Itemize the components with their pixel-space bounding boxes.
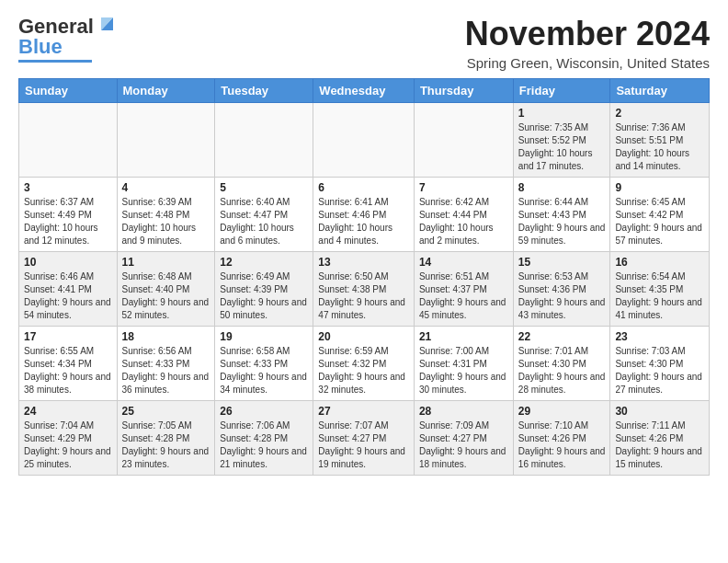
day-number: 7: [419, 181, 508, 194]
calendar-cell: 16Sunrise: 6:54 AM Sunset: 4:35 PM Dayli…: [610, 252, 710, 327]
day-number: 27: [318, 405, 409, 418]
calendar-cell: [117, 103, 215, 178]
title-block: November 2024 Spring Green, Wisconsin, U…: [465, 15, 710, 71]
calendar-cell: 4Sunrise: 6:39 AM Sunset: 4:48 PM Daylig…: [117, 178, 215, 252]
calendar-cell: 19Sunrise: 6:58 AM Sunset: 4:33 PM Dayli…: [215, 327, 313, 401]
day-number: 17: [24, 330, 112, 343]
calendar-cell: 5Sunrise: 6:40 AM Sunset: 4:47 PM Daylig…: [215, 178, 313, 252]
calendar-header-row: SundayMondayTuesdayWednesdayThursdayFrid…: [19, 79, 710, 103]
day-info: Sunrise: 6:56 AM Sunset: 4:33 PM Dayligh…: [122, 345, 210, 396]
header-day-monday: Monday: [117, 79, 215, 103]
calendar-cell: 8Sunrise: 6:44 AM Sunset: 4:43 PM Daylig…: [513, 178, 610, 252]
day-number: 14: [419, 256, 508, 269]
day-info: Sunrise: 7:35 AM Sunset: 5:52 PM Dayligh…: [518, 121, 606, 173]
day-number: 15: [518, 256, 606, 269]
day-info: Sunrise: 7:05 AM Sunset: 4:28 PM Dayligh…: [122, 419, 210, 471]
day-number: 30: [615, 405, 704, 418]
logo-text-blue: Blue: [18, 35, 63, 59]
day-number: 9: [615, 181, 704, 194]
calendar-cell: 10Sunrise: 6:46 AM Sunset: 4:41 PM Dayli…: [19, 252, 118, 327]
day-number: 21: [419, 330, 508, 343]
location: Spring Green, Wisconsin, United States: [465, 55, 710, 71]
logo: General Blue: [18, 15, 117, 63]
calendar-cell: 12Sunrise: 6:49 AM Sunset: 4:39 PM Dayli…: [215, 252, 313, 327]
calendar-week-row: 1Sunrise: 7:35 AM Sunset: 5:52 PM Daylig…: [19, 103, 710, 178]
calendar-cell: 15Sunrise: 6:53 AM Sunset: 4:36 PM Dayli…: [513, 252, 610, 327]
calendar-cell: 21Sunrise: 7:00 AM Sunset: 4:31 PM Dayli…: [414, 327, 513, 401]
day-info: Sunrise: 7:01 AM Sunset: 4:30 PM Dayligh…: [518, 345, 606, 396]
day-number: 2: [615, 107, 704, 120]
calendar-cell: [414, 103, 513, 178]
day-number: 5: [220, 181, 308, 194]
day-info: Sunrise: 7:00 AM Sunset: 4:31 PM Dayligh…: [419, 345, 508, 396]
calendar-cell: 18Sunrise: 6:56 AM Sunset: 4:33 PM Dayli…: [117, 327, 215, 401]
day-info: Sunrise: 6:40 AM Sunset: 4:47 PM Dayligh…: [220, 196, 308, 247]
header-day-wednesday: Wednesday: [313, 79, 415, 103]
day-info: Sunrise: 6:54 AM Sunset: 4:35 PM Dayligh…: [615, 270, 704, 322]
day-info: Sunrise: 6:39 AM Sunset: 4:48 PM Dayligh…: [122, 196, 210, 247]
day-info: Sunrise: 6:48 AM Sunset: 4:40 PM Dayligh…: [122, 270, 210, 322]
calendar-cell: 9Sunrise: 6:45 AM Sunset: 4:42 PM Daylig…: [610, 178, 710, 252]
day-info: Sunrise: 7:09 AM Sunset: 4:27 PM Dayligh…: [419, 419, 508, 471]
day-number: 11: [122, 256, 210, 269]
day-number: 28: [419, 405, 508, 418]
calendar-cell: 20Sunrise: 6:59 AM Sunset: 4:32 PM Dayli…: [313, 327, 415, 401]
calendar-cell: 29Sunrise: 7:10 AM Sunset: 4:26 PM Dayli…: [513, 401, 610, 476]
day-info: Sunrise: 7:10 AM Sunset: 4:26 PM Dayligh…: [518, 419, 606, 471]
day-info: Sunrise: 6:41 AM Sunset: 4:46 PM Dayligh…: [318, 196, 409, 247]
day-number: 24: [24, 405, 112, 418]
page-header: General Blue November 2024 Spring Green,…: [18, 15, 710, 71]
day-info: Sunrise: 7:04 AM Sunset: 4:29 PM Dayligh…: [24, 419, 112, 471]
logo-icon: [97, 14, 117, 32]
day-number: 13: [318, 256, 409, 269]
calendar-cell: 3Sunrise: 6:37 AM Sunset: 4:49 PM Daylig…: [19, 178, 118, 252]
calendar-cell: 23Sunrise: 7:03 AM Sunset: 4:30 PM Dayli…: [610, 327, 710, 401]
day-number: 8: [518, 181, 606, 194]
calendar-cell: [215, 103, 313, 178]
day-info: Sunrise: 6:55 AM Sunset: 4:34 PM Dayligh…: [24, 345, 112, 396]
calendar-cell: 7Sunrise: 6:42 AM Sunset: 4:44 PM Daylig…: [414, 178, 513, 252]
day-info: Sunrise: 6:58 AM Sunset: 4:33 PM Dayligh…: [220, 345, 308, 396]
header-day-thursday: Thursday: [414, 79, 513, 103]
day-info: Sunrise: 6:45 AM Sunset: 4:42 PM Dayligh…: [615, 196, 704, 247]
calendar-week-row: 17Sunrise: 6:55 AM Sunset: 4:34 PM Dayli…: [19, 327, 710, 401]
day-number: 20: [318, 330, 409, 343]
day-info: Sunrise: 7:06 AM Sunset: 4:28 PM Dayligh…: [220, 419, 308, 471]
calendar-cell: 22Sunrise: 7:01 AM Sunset: 4:30 PM Dayli…: [513, 327, 610, 401]
day-number: 1: [518, 107, 606, 120]
day-number: 23: [615, 330, 704, 343]
day-number: 19: [220, 330, 308, 343]
calendar-cell: 6Sunrise: 6:41 AM Sunset: 4:46 PM Daylig…: [313, 178, 415, 252]
day-number: 6: [318, 181, 409, 194]
day-info: Sunrise: 6:49 AM Sunset: 4:39 PM Dayligh…: [220, 270, 308, 322]
calendar-cell: 26Sunrise: 7:06 AM Sunset: 4:28 PM Dayli…: [215, 401, 313, 476]
calendar-table: SundayMondayTuesdayWednesdayThursdayFrid…: [18, 78, 710, 476]
day-info: Sunrise: 7:03 AM Sunset: 4:30 PM Dayligh…: [615, 345, 704, 396]
header-day-friday: Friday: [513, 79, 610, 103]
day-info: Sunrise: 6:51 AM Sunset: 4:37 PM Dayligh…: [419, 270, 508, 322]
calendar-cell: 14Sunrise: 6:51 AM Sunset: 4:37 PM Dayli…: [414, 252, 513, 327]
calendar-cell: [19, 103, 118, 178]
calendar-cell: 2Sunrise: 7:36 AM Sunset: 5:51 PM Daylig…: [610, 103, 710, 178]
day-number: 16: [615, 256, 704, 269]
day-info: Sunrise: 6:42 AM Sunset: 4:44 PM Dayligh…: [419, 196, 508, 247]
day-info: Sunrise: 6:59 AM Sunset: 4:32 PM Dayligh…: [318, 345, 409, 396]
calendar-cell: 24Sunrise: 7:04 AM Sunset: 4:29 PM Dayli…: [19, 401, 118, 476]
header-day-tuesday: Tuesday: [215, 79, 313, 103]
header-day-sunday: Sunday: [19, 79, 118, 103]
calendar-cell: 28Sunrise: 7:09 AM Sunset: 4:27 PM Dayli…: [414, 401, 513, 476]
day-number: 12: [220, 256, 308, 269]
calendar-cell: 17Sunrise: 6:55 AM Sunset: 4:34 PM Dayli…: [19, 327, 118, 401]
day-info: Sunrise: 7:36 AM Sunset: 5:51 PM Dayligh…: [615, 121, 704, 173]
day-info: Sunrise: 6:50 AM Sunset: 4:38 PM Dayligh…: [318, 270, 409, 322]
day-number: 22: [518, 330, 606, 343]
calendar-week-row: 3Sunrise: 6:37 AM Sunset: 4:49 PM Daylig…: [19, 178, 710, 252]
header-day-saturday: Saturday: [610, 79, 710, 103]
day-number: 25: [122, 405, 210, 418]
day-info: Sunrise: 6:46 AM Sunset: 4:41 PM Dayligh…: [24, 270, 112, 322]
calendar-cell: 1Sunrise: 7:35 AM Sunset: 5:52 PM Daylig…: [513, 103, 610, 178]
logo-underline: [18, 60, 92, 63]
month-title: November 2024: [465, 15, 710, 53]
day-info: Sunrise: 6:53 AM Sunset: 4:36 PM Dayligh…: [518, 270, 606, 322]
day-number: 4: [122, 181, 210, 194]
